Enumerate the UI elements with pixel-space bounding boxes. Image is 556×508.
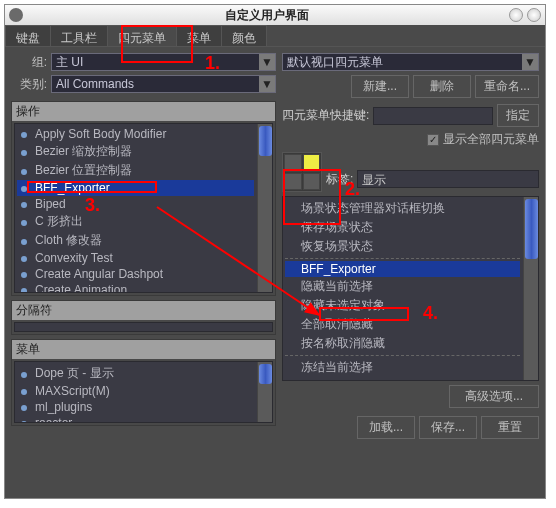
svg-point-9: [21, 288, 27, 293]
tag-input[interactable]: 显示: [357, 170, 539, 188]
list-item[interactable]: Dope 页 - 显示: [17, 364, 254, 383]
chevron-down-icon: ▼: [522, 54, 538, 70]
rename-button[interactable]: 重命名...: [475, 75, 539, 98]
assign-button[interactable]: 指定: [497, 104, 539, 127]
action-icon: [19, 253, 31, 263]
quad-tl[interactable]: [284, 154, 302, 172]
group-value: 主 UI: [56, 54, 83, 71]
action-icon: [19, 386, 31, 396]
close-button[interactable]: [527, 8, 541, 22]
advanced-button[interactable]: 高级选项...: [449, 385, 539, 408]
list-item[interactable]: Apply Soft Body Modifier: [17, 126, 254, 142]
minimize-button[interactable]: [509, 8, 523, 22]
action-icon: [19, 269, 31, 279]
quadmenu-dropdown[interactable]: 默认视口四元菜单 ▼: [282, 53, 539, 71]
chevron-down-icon: ▼: [259, 76, 275, 92]
actions-list[interactable]: Apply Soft Body ModifierBezier 缩放控制器Bezi…: [14, 123, 273, 293]
svg-point-15: [21, 421, 27, 423]
list-item[interactable]: Convexity Test: [17, 250, 254, 266]
showall-checkbox[interactable]: ✓ 显示全部四元菜单: [427, 131, 539, 148]
save-button[interactable]: 保存...: [419, 416, 477, 439]
list-item[interactable]: ml_plugins: [17, 399, 254, 415]
new-button[interactable]: 新建...: [351, 75, 409, 98]
load-button[interactable]: 加载...: [357, 416, 415, 439]
shortcut-input[interactable]: [373, 107, 493, 125]
quad-bl[interactable]: [284, 173, 302, 191]
action-icon: [19, 236, 31, 246]
delete-button[interactable]: 删除: [413, 75, 471, 98]
action-icon: [19, 418, 31, 423]
svg-point-0: [21, 132, 27, 138]
category-dropdown[interactable]: All Commands ▼: [51, 75, 276, 93]
list-item[interactable]: MAXScript(M): [17, 383, 254, 399]
separator-header: 分隔符: [12, 301, 275, 320]
list-item[interactable]: Bezier 缩放控制器: [17, 142, 254, 161]
quad-selector[interactable]: [282, 152, 322, 192]
scrollbar[interactable]: [523, 197, 538, 380]
list-item[interactable]: 场景状态管理器对话框切换: [285, 199, 520, 218]
svg-point-2: [21, 169, 27, 175]
action-icon: [19, 199, 31, 209]
svg-point-6: [21, 239, 27, 245]
svg-point-3: [21, 186, 27, 192]
tab-color[interactable]: 颜色: [221, 25, 267, 46]
quad-tr[interactable]: [303, 154, 321, 172]
list-item[interactable]: 保存场景状态: [285, 218, 520, 237]
category-value: All Commands: [56, 77, 134, 91]
action-icon: [19, 369, 31, 379]
list-item[interactable]: BFF_Exporter: [285, 261, 520, 277]
tag-label: 标签:: [326, 171, 353, 188]
quad-items-list[interactable]: 场景状态管理器对话框切换保存场景状态恢复场景状态BFF_Exporter隐藏当前…: [282, 196, 539, 381]
quadmenu-value: 默认视口四元菜单: [287, 54, 383, 71]
group-dropdown[interactable]: 主 UI ▼: [51, 53, 276, 71]
quad-br[interactable]: [303, 173, 321, 191]
tab-quadmenu[interactable]: 四元菜单: [107, 25, 177, 46]
window-title: 自定义用户界面: [29, 7, 505, 24]
list-item[interactable]: Biped: [17, 196, 254, 212]
list-item[interactable]: Create Angular Dashpot: [17, 266, 254, 282]
list-item[interactable]: 隐藏当前选择: [285, 277, 520, 296]
reset-button[interactable]: 重置: [481, 416, 539, 439]
svg-point-12: [21, 372, 27, 378]
list-item[interactable]: 冻结当前选择: [285, 358, 520, 377]
list-item[interactable]: BFF_Exporter: [17, 180, 254, 196]
list-item[interactable]: 按名称取消隐藏: [285, 334, 520, 353]
scrollbar[interactable]: [257, 124, 272, 292]
app-icon: [9, 8, 23, 22]
group-label: 组:: [11, 54, 47, 71]
svg-point-7: [21, 256, 27, 262]
tab-toolbar[interactable]: 工具栏: [50, 25, 108, 46]
svg-point-8: [21, 272, 27, 278]
list-item[interactable]: reactor: [17, 415, 254, 423]
tab-keyboard[interactable]: 键盘: [5, 25, 51, 46]
list-item[interactable]: 恢复场景状态: [285, 237, 520, 256]
list-item[interactable]: 全部取消隐藏: [285, 315, 520, 334]
actions-header: 操作: [12, 102, 275, 121]
tab-bar: 键盘 工具栏 四元菜单 菜单 颜色: [5, 25, 545, 47]
tab-menu[interactable]: 菜单: [176, 25, 222, 46]
action-icon: [19, 129, 31, 139]
separator-item[interactable]: [14, 322, 273, 332]
list-item[interactable]: 全部解冻: [285, 377, 520, 381]
check-icon: ✓: [427, 134, 439, 146]
list-item[interactable]: Cloth 修改器: [17, 231, 254, 250]
action-icon: [19, 166, 31, 176]
svg-point-14: [21, 405, 27, 411]
svg-point-5: [21, 220, 27, 226]
menu-list[interactable]: Dope 页 - 显示MAXScript(M)ml_pluginsreactor…: [14, 361, 273, 423]
action-icon: [19, 183, 31, 193]
menu-header: 菜单: [12, 340, 275, 359]
showall-label: 显示全部四元菜单: [443, 131, 539, 148]
action-icon: [19, 402, 31, 412]
list-item[interactable]: Create Animation: [17, 282, 254, 293]
scrollbar[interactable]: [257, 362, 272, 422]
list-item[interactable]: Bezier 位置控制器: [17, 161, 254, 180]
action-icon: [19, 285, 31, 293]
list-item[interactable]: 隐藏未选定对象: [285, 296, 520, 315]
svg-point-1: [21, 150, 27, 156]
shortcut-label: 四元菜单快捷键:: [282, 107, 369, 124]
svg-point-4: [21, 202, 27, 208]
list-item[interactable]: C 形挤出: [17, 212, 254, 231]
action-icon: [19, 217, 31, 227]
action-icon: [19, 147, 31, 157]
